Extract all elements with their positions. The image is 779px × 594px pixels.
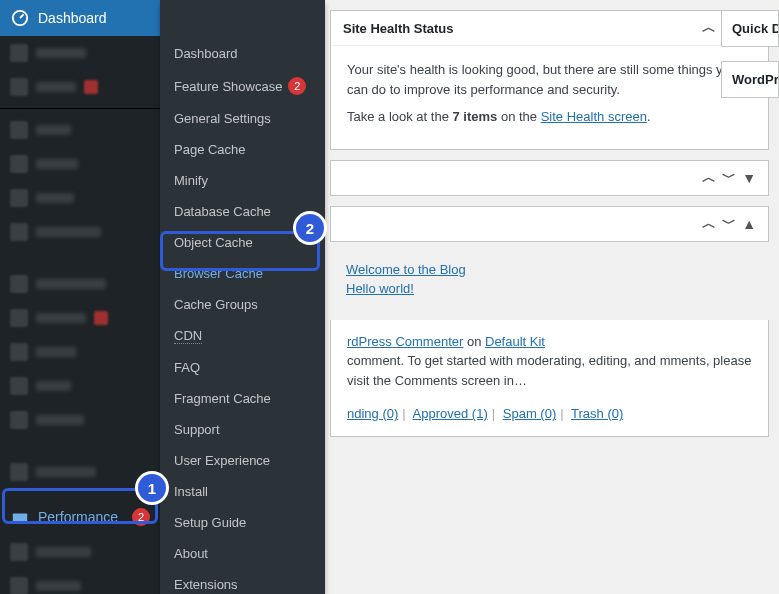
site-health-title: Site Health Status	[343, 21, 696, 36]
filter-approved[interactable]: Approved (1)	[413, 406, 488, 421]
sidebar-dashboard-label: Dashboard	[38, 10, 150, 26]
sidebar-item-blurred[interactable]	[0, 369, 160, 403]
sidebar-item-blurred[interactable]	[0, 335, 160, 369]
dashboard-icon	[10, 8, 30, 28]
sidebar-item-dashboard[interactable]: Dashboard	[0, 0, 160, 36]
comment-excerpt: comment. To get started with moderating,…	[347, 351, 752, 390]
comment-author-link[interactable]: rdPress Commenter	[347, 334, 463, 349]
filter-pending[interactable]: nding (0)	[347, 406, 398, 421]
sidebar-item-blurred[interactable]	[0, 70, 160, 104]
sidebar-item-blurred[interactable]	[0, 215, 160, 249]
chevron-up-icon[interactable]: ︿	[702, 215, 716, 233]
site-health-header[interactable]: Site Health Status ︿ ﹀ ▲	[331, 11, 768, 46]
sidebar-item-blurred[interactable]	[0, 569, 160, 594]
filter-trash[interactable]: Trash (0)	[571, 406, 623, 421]
collapsed-panel-2: ︿ ﹀ ▲	[330, 206, 769, 242]
comment-post-link[interactable]: Default Kit	[485, 334, 545, 349]
sidebar-item-blurred[interactable]	[0, 403, 160, 437]
collapsed-panel-1-header[interactable]: ︿ ﹀ ▼	[331, 161, 768, 195]
post-link-2[interactable]: Hello world!	[346, 281, 753, 296]
sidebar-performance-label: Performance	[38, 509, 126, 525]
health-text-1: Your site's health is looking good, but …	[347, 60, 752, 99]
site-health-screen-link[interactable]: Site Health screen	[541, 109, 647, 124]
sidebar-item-blurred[interactable]	[0, 535, 160, 569]
recent-posts: Welcome to the Blog Hello world!	[330, 252, 769, 310]
annotation-badge-1: 1	[138, 474, 166, 502]
sidebar-item-blurred[interactable]	[0, 455, 160, 489]
filter-spam[interactable]: Spam (0)	[503, 406, 556, 421]
sidebar-item-blurred[interactable]	[0, 147, 160, 181]
site-health-body: Your site's health is looking good, but …	[331, 46, 768, 149]
wordpress-widget[interactable]: WordPre	[721, 61, 779, 98]
quick-draft-widget[interactable]: Quick D	[721, 10, 779, 47]
recent-comment: rdPress Commenter on Default Kit comment…	[330, 320, 769, 437]
sidebar-item-performance[interactable]: Performance 2	[0, 499, 160, 535]
performance-icon	[10, 507, 30, 527]
chevron-down-icon[interactable]: ﹀	[722, 215, 736, 233]
collapsed-panel-1: ︿ ﹀ ▼	[330, 160, 769, 196]
right-widgets: Quick D WordPre	[721, 10, 779, 112]
sidebar-item-blurred[interactable]	[0, 301, 160, 335]
sidebar-item-blurred[interactable]	[0, 181, 160, 215]
comment-status-filters: nding (0)| Approved (1)| Spam (0)| Trash…	[347, 390, 752, 424]
collapsed-panel-2-header[interactable]: ︿ ﹀ ▲	[331, 207, 768, 241]
performance-count-badge: 2	[132, 508, 150, 526]
svg-rect-1	[13, 513, 27, 522]
triangle-down-icon[interactable]: ▼	[742, 170, 756, 186]
post-link-1[interactable]: Welcome to the Blog	[346, 262, 753, 277]
sidebar-item-blurred[interactable]	[0, 36, 160, 70]
sidebar-item-blurred[interactable]	[0, 267, 160, 301]
sidebar-item-blurred[interactable]	[0, 113, 160, 147]
site-health-panel: Site Health Status ︿ ﹀ ▲ Your site's hea…	[330, 10, 769, 150]
content-area: Site Health Status ︿ ﹀ ▲ Your site's hea…	[180, 0, 779, 594]
chevron-up-icon[interactable]: ︿	[702, 19, 716, 37]
annotation-badge-2: 2	[296, 214, 324, 242]
triangle-up-icon[interactable]: ▲	[742, 216, 756, 232]
health-text-2: Take a look at the 7 items on the Site H…	[347, 107, 752, 127]
chevron-up-icon[interactable]: ︿	[702, 169, 716, 187]
admin-sidebar: Dashboard Performance 2	[0, 0, 160, 594]
chevron-down-icon[interactable]: ﹀	[722, 169, 736, 187]
